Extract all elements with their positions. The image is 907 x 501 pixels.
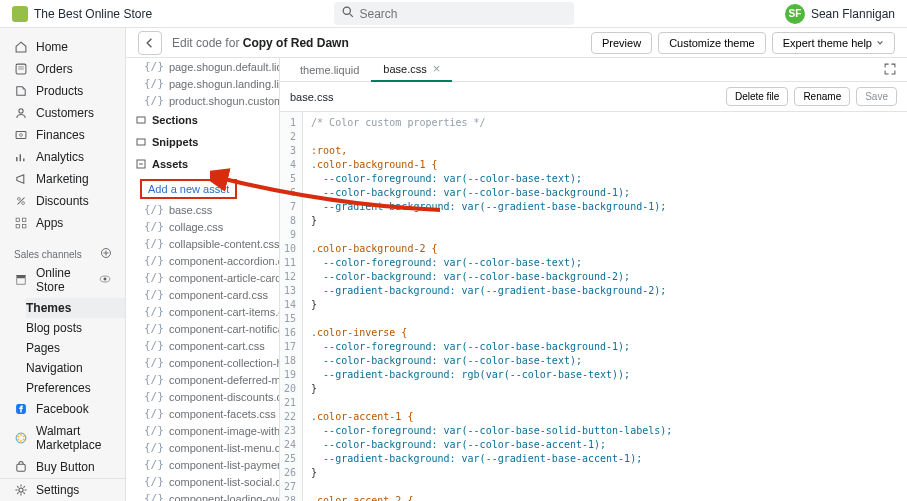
sidebar-channel-buy-button[interactable]: Buy Button	[0, 456, 125, 478]
current-filename: base.css	[290, 91, 333, 103]
css-file-icon: {/}	[144, 305, 164, 318]
eye-icon[interactable]	[99, 273, 111, 288]
sidebar-sub-navigation[interactable]: Navigation	[26, 358, 125, 378]
sections-header[interactable]: Sections	[126, 109, 279, 131]
sidebar-item-online-store[interactable]: Online Store	[0, 262, 125, 298]
file-bar: base.css Delete file Rename Save	[280, 82, 907, 112]
file-item[interactable]: {/}component-cart.css	[126, 337, 279, 354]
sidebar-item-home[interactable]: Home	[0, 36, 125, 58]
tab-theme-liquid[interactable]: theme.liquid	[288, 60, 371, 80]
tab-base-css[interactable]: base.css×	[371, 57, 452, 82]
css-file-icon: {/}	[144, 203, 164, 216]
css-file-icon: {/}	[144, 390, 164, 403]
expand-icon[interactable]	[883, 62, 899, 78]
svg-rect-17	[16, 224, 20, 228]
add-new-asset-link[interactable]: Add a new asset	[140, 179, 237, 199]
user-menu[interactable]: SF Sean Flannigan	[785, 4, 895, 24]
sidebar-item-finances[interactable]: Finances	[0, 124, 125, 146]
delete-file-button[interactable]: Delete file	[726, 87, 788, 106]
file-item[interactable]: {/}component-image-with-text.css	[126, 422, 279, 439]
svg-point-6	[19, 109, 23, 113]
file-item[interactable]: {/}component-list-menu.css	[126, 439, 279, 456]
customers-icon	[14, 106, 28, 120]
file-item[interactable]: {/}component-facets.css	[126, 405, 279, 422]
sales-channels-header: Sales channels	[0, 242, 125, 262]
sidebar-channel-walmart-marketplace[interactable]: Walmart Marketplace	[0, 420, 125, 456]
css-file-icon: {/}	[144, 424, 164, 437]
avatar: SF	[785, 4, 805, 24]
sidebar-item-orders[interactable]: Orders	[0, 58, 125, 80]
finances-icon	[14, 128, 28, 142]
customize-theme-button[interactable]: Customize theme	[658, 32, 766, 54]
svg-rect-35	[137, 117, 145, 123]
sidebar-sub-themes[interactable]: Themes	[26, 298, 125, 318]
marketing-icon	[14, 172, 28, 186]
file-item[interactable]: {/}component-cart-items.css	[126, 303, 279, 320]
file-tree: {/}page.shogun.default.liquid{/}page.sho…	[126, 58, 280, 501]
sidebar-item-products[interactable]: Products	[0, 80, 125, 102]
back-button[interactable]	[138, 31, 162, 55]
sidebar-item-customers[interactable]: Customers	[0, 102, 125, 124]
svg-point-13	[22, 202, 25, 205]
css-file-icon: {/}	[144, 288, 164, 301]
file-item[interactable]: {/}component-cart-notification.css	[126, 320, 279, 337]
file-item[interactable]: {/}collage.css	[126, 218, 279, 235]
css-file-icon: {/}	[144, 237, 164, 250]
css-file-icon: {/}	[144, 254, 164, 267]
svg-point-8	[20, 134, 23, 137]
user-name: Sean Flannigan	[811, 7, 895, 21]
file-item[interactable]: {/}component-list-payment.css	[126, 456, 279, 473]
sidebar-sub-blog-posts[interactable]: Blog posts	[26, 318, 125, 338]
file-item[interactable]: {/}component-accordion.css	[126, 252, 279, 269]
search-icon	[342, 6, 354, 21]
file-item[interactable]: {/}page.shogun.default.liquid	[126, 58, 279, 75]
close-icon[interactable]: ×	[433, 61, 441, 76]
preview-button[interactable]: Preview	[591, 32, 652, 54]
file-item[interactable]: {/}component-article-card.css	[126, 269, 279, 286]
sidebar-item-discounts[interactable]: Discounts	[0, 190, 125, 212]
brand[interactable]: The Best Online Store	[12, 6, 152, 22]
assets-header[interactable]: Assets	[126, 153, 279, 175]
code-area[interactable]: 1234567891011121314151617181920212223242…	[280, 112, 907, 501]
file-item[interactable]: {/}component-loading-overlay.css	[126, 490, 279, 501]
sidebar-sub-pages[interactable]: Pages	[26, 338, 125, 358]
svg-line-29	[17, 436, 19, 437]
sidebar-channel-facebook[interactable]: Facebook	[0, 398, 125, 420]
file-item[interactable]: {/}collapsible-content.css	[126, 235, 279, 252]
css-file-icon: {/}	[144, 458, 164, 471]
css-file-icon: {/}	[144, 441, 164, 454]
file-item[interactable]: {/}component-card.css	[126, 286, 279, 303]
save-button[interactable]: Save	[856, 87, 897, 106]
svg-rect-7	[16, 132, 26, 139]
sidebar-item-marketing[interactable]: Marketing	[0, 168, 125, 190]
products-icon	[14, 84, 28, 98]
svg-point-0	[343, 7, 350, 14]
file-item[interactable]: {/}component-collection-hero.css	[126, 354, 279, 371]
file-item[interactable]: {/}component-deferred-media.css	[126, 371, 279, 388]
file-item[interactable]: {/}component-list-social.css	[126, 473, 279, 490]
svg-point-12	[18, 198, 21, 201]
walmart-icon	[14, 431, 28, 445]
svg-point-5	[22, 88, 23, 89]
search[interactable]	[334, 2, 574, 25]
file-item[interactable]: {/}page.shogun.landing.liquid	[126, 75, 279, 92]
snippets-header[interactable]: Snippets	[126, 131, 279, 153]
file-item[interactable]: {/}base.css	[126, 201, 279, 218]
add-channel-icon[interactable]	[101, 248, 111, 260]
search-input[interactable]	[360, 7, 566, 21]
chevron-down-icon	[876, 39, 884, 47]
svg-rect-16	[22, 218, 26, 222]
sidebar-item-analytics[interactable]: Analytics	[0, 146, 125, 168]
rename-button[interactable]: Rename	[794, 87, 850, 106]
fb-icon	[14, 402, 28, 416]
sidebar-item-apps[interactable]: Apps	[0, 212, 125, 234]
sidebar: HomeOrdersProductsCustomersFinancesAnaly…	[0, 28, 126, 501]
analytics-icon	[14, 150, 28, 164]
css-file-icon: {/}	[144, 339, 164, 352]
sidebar-item-settings[interactable]: Settings	[0, 478, 125, 501]
file-item[interactable]: {/}component-discounts.css	[126, 388, 279, 405]
file-item[interactable]: {/}product.shogun.custom.liquid	[126, 92, 279, 109]
sidebar-sub-preferences[interactable]: Preferences	[26, 378, 125, 398]
expert-help-button[interactable]: Expert theme help	[772, 32, 895, 54]
css-file-icon: {/}	[144, 492, 164, 501]
